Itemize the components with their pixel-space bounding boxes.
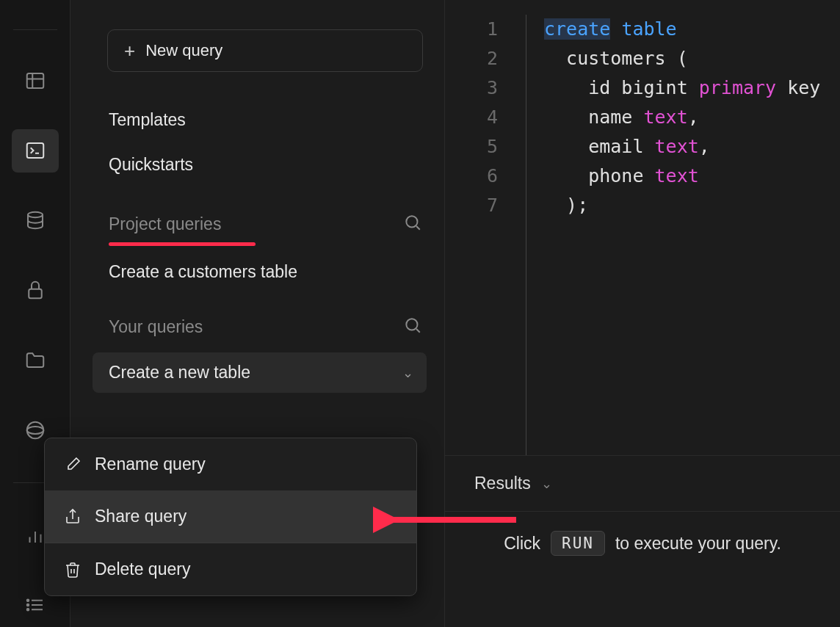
rail-lock-icon[interactable] bbox=[12, 269, 59, 312]
share-icon bbox=[64, 508, 82, 526]
svg-line-21 bbox=[416, 329, 420, 333]
hint-bar: Click RUN to execute your query. bbox=[445, 511, 840, 575]
svg-point-18 bbox=[406, 216, 417, 227]
project-queries-label: Project queries bbox=[109, 214, 221, 234]
chevron-down-icon: ⌄ bbox=[541, 476, 552, 492]
project-queries-header: Project queries bbox=[93, 213, 427, 235]
svg-line-19 bbox=[416, 226, 420, 230]
svg-point-20 bbox=[406, 319, 417, 330]
share-label: Share query bbox=[95, 507, 187, 526]
delete-label: Delete query bbox=[95, 559, 190, 579]
plus-icon: + bbox=[124, 40, 135, 62]
svg-point-15 bbox=[26, 600, 29, 602]
share-query-item[interactable]: Share query bbox=[45, 490, 416, 543]
results-label: Results bbox=[474, 474, 531, 493]
svg-rect-6 bbox=[29, 289, 42, 299]
annotation-underline bbox=[109, 242, 256, 246]
rail-table-icon[interactable] bbox=[12, 59, 59, 103]
rename-query-item[interactable]: Rename query bbox=[45, 438, 416, 490]
rail-terminal-icon[interactable] bbox=[12, 129, 59, 173]
hint-suffix: to execute your query. bbox=[615, 534, 781, 554]
selected-query-label: Create a new table bbox=[109, 363, 250, 383]
run-kbd[interactable]: RUN bbox=[551, 531, 605, 556]
chevron-down-icon: ⌄ bbox=[402, 365, 413, 381]
project-query-item[interactable]: Create a customers table bbox=[93, 252, 427, 289]
trash-icon bbox=[64, 561, 82, 579]
svg-point-17 bbox=[26, 609, 29, 611]
search-icon[interactable] bbox=[403, 213, 422, 235]
svg-point-16 bbox=[26, 604, 29, 606]
sql-editor[interactable]: 1234567 create table customers ( id bigi… bbox=[445, 0, 840, 455]
code-area[interactable]: create table customers ( id bigint prima… bbox=[526, 15, 840, 455]
rail-folder-icon[interactable] bbox=[12, 338, 59, 382]
svg-rect-0 bbox=[26, 73, 43, 88]
templates-link[interactable]: Templates bbox=[93, 103, 427, 137]
query-context-menu: Rename query Share query Delete query bbox=[44, 438, 417, 596]
new-query-label: New query bbox=[145, 41, 222, 60]
rail-database-icon[interactable] bbox=[12, 199, 59, 242]
rename-label: Rename query bbox=[95, 454, 206, 474]
search-icon[interactable] bbox=[403, 316, 422, 338]
hint-prefix: Click bbox=[504, 534, 540, 554]
svg-point-7 bbox=[26, 421, 43, 438]
your-query-selected[interactable]: Create a new table ⌄ bbox=[93, 352, 427, 393]
new-query-button[interactable]: + New query bbox=[107, 29, 423, 72]
quickstarts-link[interactable]: Quickstarts bbox=[93, 148, 427, 182]
your-queries-header: Your queries bbox=[93, 316, 427, 338]
delete-query-item[interactable]: Delete query bbox=[45, 543, 416, 595]
main-area: 1234567 create table customers ( id bigi… bbox=[445, 0, 840, 627]
svg-rect-3 bbox=[26, 143, 43, 158]
pencil-icon bbox=[64, 456, 82, 474]
svg-point-8 bbox=[26, 427, 43, 434]
svg-point-5 bbox=[28, 212, 43, 218]
results-bar[interactable]: Results ⌄ bbox=[445, 455, 840, 511]
your-queries-label: Your queries bbox=[109, 317, 203, 337]
line-gutter: 1234567 bbox=[445, 15, 526, 455]
